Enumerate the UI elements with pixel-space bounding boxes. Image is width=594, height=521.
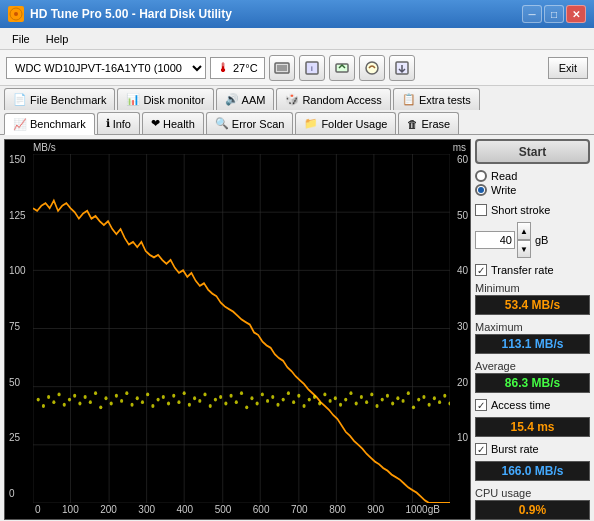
- tab-file-benchmark-label: File Benchmark: [30, 94, 106, 106]
- tab-folder-usage[interactable]: 📁 Folder Usage: [295, 112, 396, 134]
- tab-info[interactable]: ℹ Info: [97, 112, 140, 134]
- menu-help[interactable]: Help: [38, 31, 77, 47]
- toolbar-btn-2[interactable]: i: [299, 55, 325, 81]
- svg-point-41: [104, 396, 107, 400]
- tab-aam-label: AAM: [242, 94, 266, 106]
- spinbox-row: 40 ▲ ▼ gB: [475, 222, 590, 258]
- toolbar-btn-1[interactable]: [269, 55, 295, 81]
- svg-point-62: [214, 398, 217, 402]
- svg-point-96: [391, 402, 394, 406]
- chart-area: MB/s ms 150 125 100 75 50 25 0 60 50 40 …: [4, 139, 471, 520]
- svg-point-32: [57, 392, 60, 396]
- svg-rect-3: [277, 65, 287, 71]
- toolbar-btn-save[interactable]: [389, 55, 415, 81]
- minimize-button[interactable]: ─: [522, 5, 542, 23]
- tab-disk-monitor[interactable]: 📊 Disk monitor: [117, 88, 213, 110]
- svg-point-74: [276, 403, 279, 407]
- tabs-container: 📄 File Benchmark 📊 Disk monitor 🔊 AAM 🎲 …: [0, 86, 594, 135]
- disk-monitor-icon: 📊: [126, 93, 140, 106]
- start-button[interactable]: Start: [475, 139, 590, 164]
- tab-random-access[interactable]: 🎲 Random Access: [276, 88, 390, 110]
- svg-point-57: [188, 403, 191, 407]
- burst-rate-checkbox-item[interactable]: Burst rate: [475, 443, 590, 455]
- maximum-label: Maximum: [475, 321, 590, 333]
- svg-point-67: [240, 391, 243, 395]
- exit-button[interactable]: Exit: [548, 57, 588, 79]
- svg-point-77: [292, 400, 295, 404]
- close-button[interactable]: ✕: [566, 5, 586, 23]
- svg-point-90: [360, 395, 363, 399]
- svg-point-49: [146, 392, 149, 396]
- maximize-button[interactable]: □: [544, 5, 564, 23]
- burst-rate-block: 166.0 MB/s: [475, 461, 590, 481]
- svg-point-82: [318, 402, 321, 406]
- error-scan-icon: 🔍: [215, 117, 229, 130]
- menu-bar: File Help: [0, 28, 594, 50]
- spinbox-down-button[interactable]: ▼: [517, 240, 531, 258]
- tab-aam[interactable]: 🔊 AAM: [216, 88, 275, 110]
- tab-benchmark[interactable]: 📈 Benchmark: [4, 113, 95, 135]
- tab-extra-tests-label: Extra tests: [419, 94, 471, 106]
- toolbar-btn-4[interactable]: [359, 55, 385, 81]
- svg-point-30: [47, 395, 50, 399]
- tab-erase[interactable]: 🗑 Erase: [398, 112, 459, 134]
- svg-point-103: [428, 403, 431, 407]
- tab-health-label: Health: [163, 118, 195, 130]
- radio-read[interactable]: Read: [475, 170, 590, 182]
- svg-point-104: [433, 396, 436, 400]
- access-time-label: Access time: [491, 399, 550, 411]
- spinbox-up-button[interactable]: ▲: [517, 222, 531, 240]
- gb-spinbox[interactable]: 40: [475, 231, 515, 249]
- svg-point-106: [443, 394, 446, 398]
- svg-point-37: [84, 395, 87, 399]
- svg-point-88: [349, 391, 352, 395]
- svg-point-78: [297, 394, 300, 398]
- svg-point-51: [157, 398, 160, 402]
- temperature-display: 🌡 27°C: [210, 57, 265, 79]
- tab-folder-usage-label: Folder Usage: [321, 118, 387, 130]
- minimum-block: Minimum 53.4 MB/s: [475, 282, 590, 315]
- tab-disk-monitor-label: Disk monitor: [143, 94, 204, 106]
- svg-point-28: [37, 398, 40, 402]
- radio-write[interactable]: Write: [475, 184, 590, 196]
- svg-point-46: [130, 403, 133, 407]
- burst-rate-value: 166.0 MB/s: [475, 461, 590, 481]
- tab-health[interactable]: ❤ Health: [142, 112, 204, 134]
- svg-point-71: [261, 392, 264, 396]
- tab-extra-tests[interactable]: 📋 Extra tests: [393, 88, 480, 110]
- transfer-rate-checkbox: [475, 264, 487, 276]
- folder-usage-icon: 📁: [304, 117, 318, 130]
- drive-select[interactable]: WDC WD10JPVT-16A1YT0 (1000 gB): [6, 57, 206, 79]
- menu-file[interactable]: File: [4, 31, 38, 47]
- svg-point-68: [245, 405, 248, 409]
- minimum-value: 53.4 MB/s: [475, 295, 590, 315]
- app-icon: [8, 6, 24, 22]
- toolbar-btn-3[interactable]: [329, 55, 355, 81]
- right-panel: Start Read Write Short stroke 40 ▲ ▼ gB: [475, 139, 590, 520]
- svg-point-84: [329, 399, 332, 403]
- svg-point-93: [375, 404, 378, 408]
- svg-point-55: [177, 400, 180, 404]
- short-stroke-checkbox-item[interactable]: Short stroke: [475, 204, 590, 216]
- svg-point-66: [235, 400, 238, 404]
- radio-read-circle: [475, 170, 487, 182]
- svg-point-63: [219, 395, 222, 399]
- tab-error-scan[interactable]: 🔍 Error Scan: [206, 112, 294, 134]
- svg-point-99: [407, 391, 410, 395]
- svg-point-92: [370, 392, 373, 396]
- svg-point-91: [365, 400, 368, 404]
- svg-point-48: [141, 400, 144, 404]
- tab-file-benchmark[interactable]: 📄 File Benchmark: [4, 88, 115, 110]
- info-icon: ℹ: [106, 117, 110, 130]
- average-block: Average 86.3 MB/s: [475, 360, 590, 393]
- svg-point-102: [422, 395, 425, 399]
- svg-point-58: [193, 396, 196, 400]
- average-label: Average: [475, 360, 590, 372]
- access-time-checkbox-item[interactable]: Access time: [475, 399, 590, 411]
- svg-point-85: [334, 396, 337, 400]
- transfer-rate-checkbox-item[interactable]: Transfer rate: [475, 264, 590, 276]
- svg-point-40: [99, 405, 102, 409]
- burst-rate-checkbox: [475, 443, 487, 455]
- cpu-usage-value: 0.9%: [475, 500, 590, 520]
- benchmark-icon: 📈: [13, 118, 27, 131]
